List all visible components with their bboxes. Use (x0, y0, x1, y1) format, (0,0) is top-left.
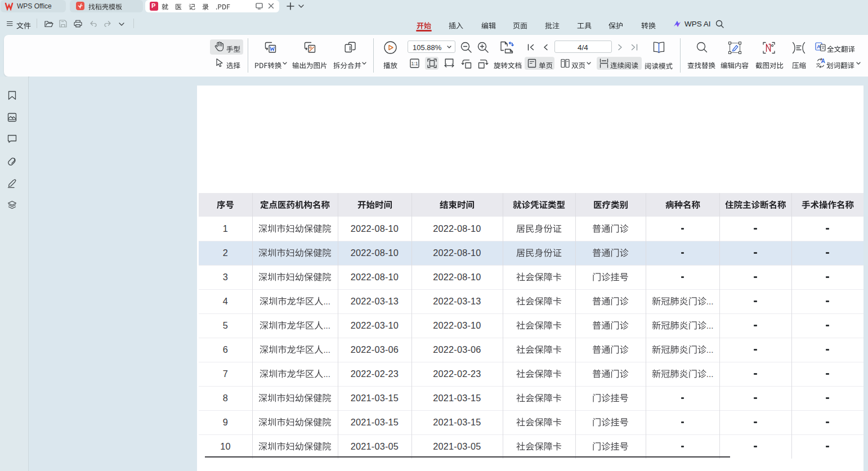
svg-text:A: A (821, 58, 825, 64)
svg-text:1:1: 1:1 (411, 61, 418, 66)
